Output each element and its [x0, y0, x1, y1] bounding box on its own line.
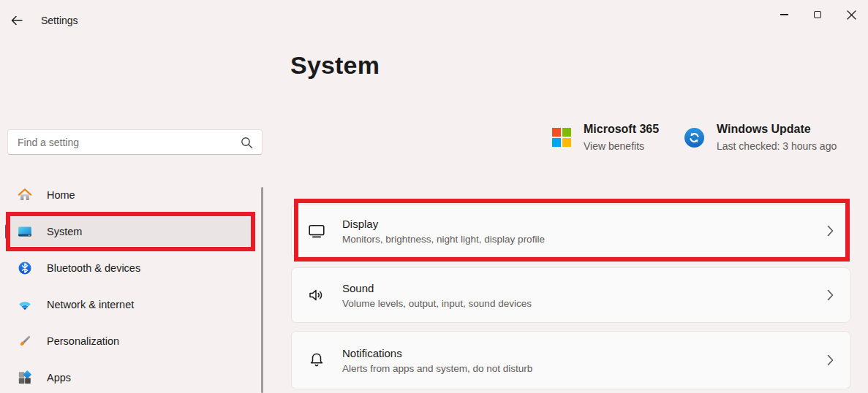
sidebar-item-bluetooth-devices[interactable]: Bluetooth & devices [7, 253, 254, 283]
network-icon [18, 297, 32, 312]
notifications-icon [307, 351, 326, 370]
microsoft-365-card[interactable]: Microsoft 365 View benefits [552, 123, 659, 152]
sidebar-item-home[interactable]: Home [7, 180, 254, 210]
sidebar: Home System [0, 0, 278, 393]
setting-row-title: Sound [342, 282, 827, 294]
selected-accent-pill [5, 224, 8, 239]
sidebar-item-apps[interactable]: Apps [7, 363, 254, 392]
chevron-right-icon [827, 225, 834, 237]
setting-row-title: Notifications [342, 347, 827, 359]
maximize-button[interactable] [801, 0, 834, 29]
search-box [7, 129, 263, 155]
sidebar-item-label: System [47, 226, 82, 237]
settings-window: Settings [0, 0, 868, 393]
sidebar-item-system[interactable]: System [7, 217, 254, 246]
setting-row-subtitle: Alerts from apps and system, do not dist… [342, 363, 827, 374]
close-icon [847, 10, 856, 20]
setting-row-display[interactable]: Display Monitors, brightness, night ligh… [291, 205, 850, 257]
search-input[interactable] [8, 130, 262, 154]
microsoft-365-subtitle[interactable]: View benefits [584, 140, 659, 152]
sidebar-item-label: Personalization [47, 335, 119, 347]
sidebar-item-label: Network & internet [47, 299, 134, 310]
display-icon [307, 221, 326, 240]
sidebar-item-label: Apps [47, 372, 71, 384]
minimize-icon [780, 14, 788, 15]
windows-update-status: Last checked: 3 hours ago [717, 140, 837, 152]
window-controls [767, 0, 868, 29]
sidebar-item-personalization[interactable]: Personalization [7, 327, 254, 356]
chevron-right-icon [827, 289, 834, 301]
apps-icon [18, 370, 32, 385]
search-icon [241, 137, 253, 149]
home-icon [18, 188, 32, 202]
setting-row-sound[interactable]: Sound Volume levels, output, input, soun… [291, 267, 850, 323]
personalization-icon [18, 334, 32, 348]
page-title: System [290, 51, 380, 80]
microsoft-365-logo [552, 128, 571, 147]
windows-update-icon [684, 128, 704, 148]
minimize-button[interactable] [767, 0, 801, 29]
setting-row-subtitle: Volume levels, output, input, sound devi… [342, 298, 827, 309]
bluetooth-icon [18, 261, 32, 275]
setting-row-notifications[interactable]: Notifications Alerts from apps and syste… [291, 331, 850, 389]
sidebar-item-network-internet[interactable]: Network & internet [7, 290, 254, 319]
sound-icon [307, 286, 326, 305]
chevron-right-icon [827, 354, 834, 366]
maximize-icon [814, 11, 821, 18]
sidebar-scrollbar[interactable] [261, 187, 263, 393]
windows-update-card[interactable]: Windows Update Last checked: 3 hours ago [684, 123, 837, 152]
setting-row-subtitle: Monitors, brightness, night light, displ… [342, 234, 827, 245]
setting-row-title: Display [342, 218, 827, 230]
sidebar-item-label: Home [47, 189, 75, 201]
windows-update-title: Windows Update [717, 123, 837, 136]
close-button[interactable] [834, 0, 868, 29]
microsoft-365-title: Microsoft 365 [584, 123, 659, 136]
system-icon [18, 224, 32, 239]
sidebar-item-label: Bluetooth & devices [47, 262, 140, 274]
